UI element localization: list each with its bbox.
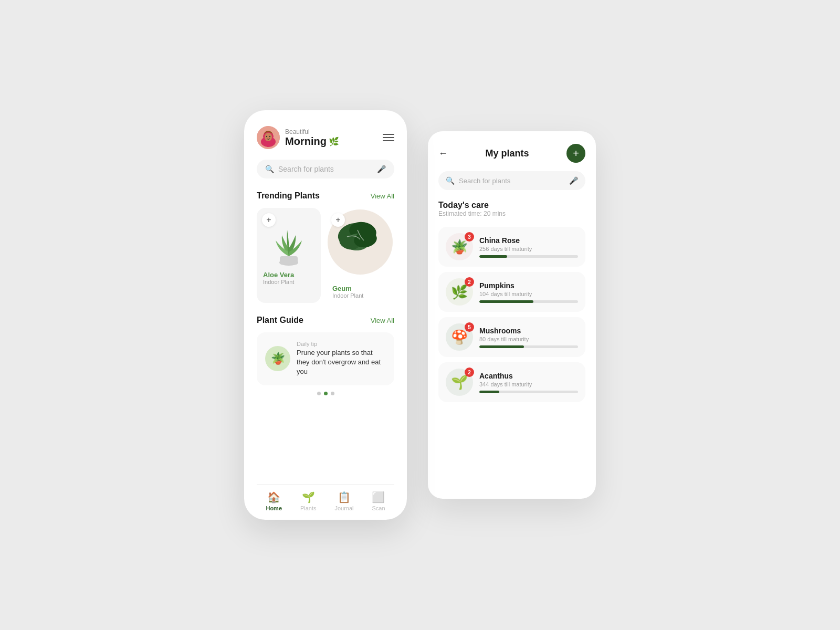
back-arrow[interactable]: ← [438, 148, 448, 159]
guide-content: Daily tip Prune your plants so that they… [297, 341, 386, 377]
dot-1 [317, 392, 321, 395]
progress-bar-bg-2 [479, 345, 578, 348]
plant-badge-0: 3 [465, 232, 474, 242]
dot-3 [331, 392, 334, 395]
svg-point-4 [265, 133, 272, 141]
plant-row-maturity-0: 256 days till maturity [479, 246, 578, 252]
plant-badge-2: 5 [465, 322, 474, 332]
aloe-type: Indoor Plant [263, 279, 314, 285]
plant-row-img-wrap-3: 🌱 2 [446, 369, 473, 396]
nav-plants-label: Plants [300, 505, 317, 511]
trending-view-all[interactable]: View All [371, 192, 394, 200]
panel-title: My plants [485, 148, 529, 159]
panel-search-bar[interactable]: 🔍 Search for plants 🎤 [438, 171, 585, 190]
panel-search-placeholder: Search for plants [459, 177, 565, 185]
panel-header: ← My plants + [438, 144, 585, 163]
trending-header: Trending Plants View All [257, 191, 394, 201]
geum-name: Geum [332, 285, 388, 292]
plant-row-info-2: Mushrooms 80 days till maturity [479, 327, 578, 348]
hamburger-line-2 [383, 137, 394, 138]
journal-icon: 📋 [338, 491, 351, 503]
plants-icon: 🌱 [302, 491, 315, 503]
plant-row-maturity-3: 344 days till maturity [479, 381, 578, 387]
guide-header: Plant Guide View All [257, 316, 394, 325]
progress-bar-fill-0 [479, 255, 507, 258]
guide-icon: 🪴 [265, 346, 290, 371]
plant-row-img-wrap-2: 🍄 5 [446, 323, 473, 351]
hamburger-line-1 [383, 134, 394, 135]
plant-row-info-1: Pumpkins 104 days till maturity [479, 281, 578, 303]
guide-title: Plant Guide [257, 316, 303, 325]
plant-row-maturity-2: 80 days till maturity [479, 336, 578, 342]
plant-row-3[interactable]: 🌱 2 Acanthus 344 days till maturity [438, 362, 585, 402]
svg-point-5 [266, 136, 267, 137]
svg-rect-8 [280, 256, 298, 265]
plant-row-img-wrap-1: 🌿 2 [446, 278, 473, 306]
plant-badge-1: 2 [465, 277, 474, 287]
add-plant-btn[interactable]: + [566, 144, 585, 163]
plant-row-img-wrap-0: 🪴 3 [446, 233, 473, 260]
search-placeholder-left: Search for plants [278, 165, 373, 173]
header-left: Beautiful Morning 🌿 [257, 126, 339, 149]
home-icon: 🏠 [267, 491, 280, 503]
hamburger-menu[interactable] [383, 134, 394, 141]
progress-bar-bg-3 [479, 391, 578, 393]
todays-care-title: Today's care [438, 201, 585, 210]
progress-bar-fill-2 [479, 345, 524, 348]
panel-search-icon: 🔍 [446, 176, 455, 185]
plant-row-1[interactable]: 🌿 2 Pumpkins 104 days till maturity [438, 272, 585, 312]
plant-badge-3: 2 [465, 368, 474, 377]
nav-plants[interactable]: 🌱 Plants [300, 491, 317, 511]
geum-type: Indoor Plant [332, 292, 388, 299]
avatar[interactable] [257, 126, 280, 149]
carousel-dots [257, 392, 394, 395]
panel-mic-icon[interactable]: 🎤 [569, 176, 578, 185]
panel-right: ← My plants + 🔍 Search for plants 🎤 Toda… [428, 131, 596, 499]
progress-bar-bg-1 [479, 300, 578, 303]
plant-rows-container: 🪴 3 China Rose 256 days till maturity 🌿 … [438, 227, 585, 407]
plant-row-2[interactable]: 🍄 5 Mushrooms 80 days till maturity [438, 317, 585, 357]
mic-icon[interactable]: 🎤 [377, 165, 386, 173]
phone-left: Beautiful Morning 🌿 🔍 Search for plants … [244, 110, 407, 520]
plant-cards: + Aloe Vera Indoor Plant [257, 208, 394, 303]
tip-text: Prune your plants so that they don't ove… [297, 348, 386, 377]
plant-row-maturity-1: 104 days till maturity [479, 291, 578, 297]
estimated-time: Estimated time: 20 mins [438, 210, 585, 217]
nav-scan[interactable]: ⬜ Scan [372, 491, 385, 511]
scene: Beautiful Morning 🌿 🔍 Search for plants … [244, 110, 596, 520]
add-geum-btn[interactable]: + [331, 213, 345, 227]
plant-card-aloe[interactable]: + Aloe Vera Indoor Plant [257, 208, 321, 303]
plant-row-name-1: Pumpkins [479, 281, 578, 290]
progress-bar-fill-3 [479, 391, 499, 393]
dot-2 [324, 392, 328, 395]
plant-row-name-2: Mushrooms [479, 327, 578, 335]
add-aloe-btn[interactable]: + [262, 213, 276, 227]
nav-journal-label: Journal [334, 505, 353, 511]
daily-tip-label: Daily tip [297, 341, 386, 347]
hamburger-line-3 [383, 140, 394, 141]
scan-icon: ⬜ [372, 491, 385, 503]
plant-row-0[interactable]: 🪴 3 China Rose 256 days till maturity [438, 227, 585, 267]
bottom-nav: 🏠 Home 🌱 Plants 📋 Journal ⬜ Scan [257, 484, 394, 520]
nav-scan-label: Scan [372, 505, 385, 511]
svg-point-6 [269, 136, 270, 137]
guide-view-all[interactable]: View All [371, 317, 394, 324]
nav-home-label: Home [266, 505, 282, 511]
morning-leaf-icon: 🌿 [329, 136, 339, 146]
plant-row-info-0: China Rose 256 days till maturity [479, 236, 578, 258]
phone-header: Beautiful Morning 🌿 [257, 126, 394, 149]
aloe-name: Aloe Vera [263, 271, 314, 279]
progress-bar-fill-1 [479, 300, 533, 303]
greeting-beautiful: Beautiful [285, 128, 339, 135]
plant-card-geum[interactable]: + [326, 208, 394, 303]
progress-bar-bg-0 [479, 255, 578, 258]
plant-row-name-3: Acanthus [479, 372, 578, 380]
nav-journal[interactable]: 📋 Journal [334, 491, 353, 511]
plant-row-name-0: China Rose [479, 236, 578, 245]
search-bar-left[interactable]: 🔍 Search for plants 🎤 [257, 160, 394, 178]
plant-row-info-3: Acanthus 344 days till maturity [479, 372, 578, 393]
todays-care-header: Today's care Estimated time: 20 mins [438, 201, 585, 225]
nav-home[interactable]: 🏠 Home [266, 491, 282, 511]
guide-card[interactable]: 🪴 Daily tip Prune your plants so that th… [257, 332, 394, 385]
greeting-morning: Morning 🌿 [285, 135, 339, 148]
